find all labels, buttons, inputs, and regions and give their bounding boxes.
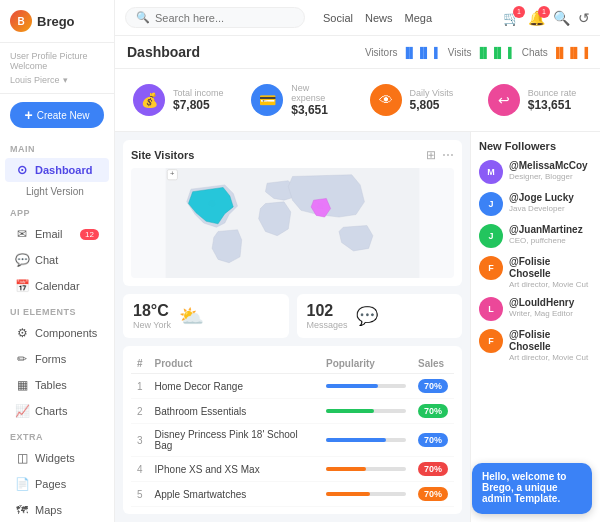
col-product: Product	[149, 354, 320, 374]
sidebar-item-components[interactable]: ⚙ Components	[5, 321, 109, 345]
sidebar-item-dashboard[interactable]: ⊙ Dashboard	[5, 158, 109, 182]
map-widget: Site Visitors ⊞ ⋯	[123, 140, 462, 286]
sidebar-item-chat[interactable]: 💬 Chat	[5, 248, 109, 272]
weather-icon: ⛅	[179, 304, 204, 328]
notification-icon[interactable]: 🛒 1	[503, 10, 520, 26]
left-panel: Site Visitors ⊞ ⋯	[115, 132, 470, 522]
nav-social[interactable]: Social	[323, 12, 353, 24]
sidebar-item-pages[interactable]: 📄 Pages	[5, 472, 109, 496]
follower-name: @Folisie Choselle	[509, 329, 592, 353]
search-icon-top[interactable]: 🔍	[553, 10, 570, 26]
follower-role: Java Developer	[509, 204, 574, 213]
charts-icon: 📈	[15, 404, 29, 418]
dashboard-icon: ⊙	[15, 163, 29, 177]
row-popularity	[320, 457, 412, 482]
sidebar-item-label: Calendar	[35, 280, 80, 292]
world-map-svg: +	[131, 168, 454, 278]
bounce-label: Bounce rate	[528, 88, 577, 98]
follower-name: @MelissaMcCoy	[509, 160, 588, 172]
follower-item: F @Folisie Choselle Art director, Movie …	[479, 329, 592, 362]
plus-icon: +	[25, 107, 33, 123]
map-widget-controls[interactable]: ⊞ ⋯	[426, 148, 454, 162]
dashboard-header: Dashboard Visitors ▐▌▐▌▐ Visits ▐▌▐▌▐ Ch…	[115, 36, 600, 69]
map-widget-title: Site Visitors	[131, 149, 194, 161]
more-icon[interactable]: ⋯	[442, 148, 454, 162]
popularity-fill	[326, 467, 366, 471]
stat-visits: 👁 Daily Visits 5,805	[362, 77, 472, 123]
forms-icon: ✏	[15, 352, 29, 366]
svg-point-4	[317, 203, 324, 210]
follower-name: @Folisie Choselle	[509, 256, 592, 280]
sidebar-item-label: Light Version	[26, 186, 84, 197]
bounce-value: $13,651	[528, 98, 577, 112]
col-sales: Sales	[412, 354, 454, 374]
follower-info: @MelissaMcCoy Designer, Blogger	[509, 160, 588, 181]
sidebar-logo: B Brego	[0, 0, 114, 43]
ui-section-label: UI Elements	[0, 299, 114, 320]
table-row: 3 Disney Princess Pink 18' School Bag 70…	[131, 424, 454, 457]
expense-value: $3,651	[291, 103, 345, 117]
sidebar-user: User Profile Picture Welcome Louis Pierc…	[0, 43, 114, 94]
main-section-label: Main	[0, 136, 114, 157]
page-title: Dashboard	[127, 44, 200, 60]
follower-role: CEO, puffchene	[509, 236, 583, 245]
row-product: Disney Princess Pink 18' School Bag	[149, 424, 320, 457]
sidebar-item-tables[interactable]: ▦ Tables	[5, 373, 109, 397]
email-icon: ✉	[15, 227, 29, 241]
bounce-icon: ↩	[488, 84, 520, 116]
tables-icon: ▦	[15, 378, 29, 392]
widgets-icon: ◫	[15, 451, 29, 465]
sidebar-item-label: Forms	[35, 353, 66, 365]
pages-icon: 📄	[15, 477, 29, 491]
popularity-fill	[326, 492, 370, 496]
popularity-fill	[326, 409, 374, 413]
sidebar-item-email[interactable]: ✉ Email 12	[5, 222, 109, 246]
sidebar-item-charts[interactable]: 📈 Charts	[5, 399, 109, 423]
popularity-bar	[326, 384, 406, 388]
sidebar-item-label: Widgets	[35, 452, 75, 464]
svg-point-3	[209, 200, 216, 207]
components-icon: ⚙	[15, 326, 29, 340]
sidebar-item-widgets[interactable]: ◫ Widgets	[5, 446, 109, 470]
stats-row: 💰 Total income $7,805 💳 New expense $3,6…	[115, 69, 600, 132]
sidebar-item-light[interactable]: Light Version	[0, 183, 114, 200]
follower-avatar: J	[479, 224, 503, 248]
main-content: 🔍 Social News Mega 🛒 1 🔔 1 🔍 ↺	[115, 0, 600, 522]
weather-card: 18°C New York ⛅	[123, 294, 289, 338]
sidebar-item-label: Chat	[35, 254, 58, 266]
popularity-bar	[326, 492, 406, 496]
row-popularity	[320, 374, 412, 399]
chat-bubble[interactable]: Hello, welcome to Brego, a unique admin …	[472, 463, 592, 514]
temperature-value: 18°C	[133, 302, 171, 320]
search-box: 🔍	[125, 7, 305, 28]
expense-icon: 💳	[251, 84, 283, 116]
visitors-chart-icon: ▐▌▐▌▐	[402, 47, 437, 58]
row-sales: 70%	[412, 399, 454, 424]
message-icon[interactable]: 🔔 1	[528, 10, 545, 26]
follower-item: J @Joge Lucky Java Developer	[479, 192, 592, 216]
search-input[interactable]	[155, 12, 294, 24]
visits-label: Visits ▐▌▐▌▐	[448, 47, 512, 58]
expand-icon[interactable]: ⊞	[426, 148, 436, 162]
sidebar-item-label: Pages	[35, 478, 66, 490]
followers-list: M @MelissaMcCoy Designer, Blogger J @Jog…	[479, 160, 592, 362]
stat-bounce: ↩ Bounce rate $13,651	[480, 77, 590, 123]
messages-card: 102 Messages 💬	[297, 294, 463, 338]
content-area: Site Visitors ⊞ ⋯	[115, 132, 600, 522]
create-new-button[interactable]: + Create New	[10, 102, 104, 128]
sidebar-item-label: Charts	[35, 405, 67, 417]
chats-chart-icon: ▐▌▐▌▐	[553, 47, 588, 58]
sidebar: B Brego User Profile Picture Welcome Lou…	[0, 0, 115, 522]
row-product: IPhone XS and XS Max	[149, 457, 320, 482]
follower-avatar: M	[479, 160, 503, 184]
refresh-icon[interactable]: ↺	[578, 10, 590, 26]
nav-news[interactable]: News	[365, 12, 393, 24]
sidebar-item-forms[interactable]: ✏ Forms	[5, 347, 109, 371]
follower-name: @LouIdHenry	[509, 297, 574, 309]
visitors-label: Visitors ▐▌▐▌▐	[365, 47, 438, 58]
row-product: Apple Smartwatches	[149, 482, 320, 507]
nav-mega[interactable]: Mega	[404, 12, 432, 24]
sidebar-item-calendar[interactable]: 📅 Calendar	[5, 274, 109, 298]
sidebar-item-maps[interactable]: 🗺 Maps	[5, 498, 109, 522]
table-row: 4 IPhone XS and XS Max 70%	[131, 457, 454, 482]
